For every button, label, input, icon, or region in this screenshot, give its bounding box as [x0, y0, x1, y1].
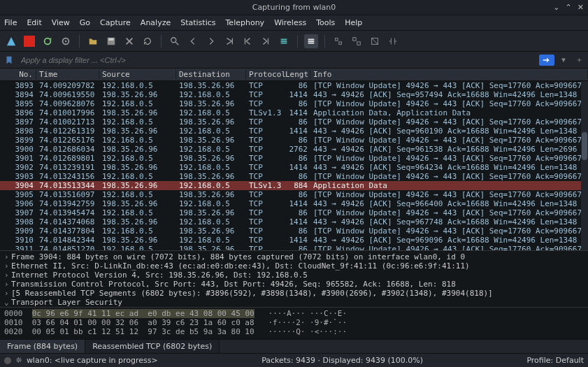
go-last-icon[interactable]	[259, 34, 273, 48]
packet-row[interactable]: 390574.013516097192.168.0.5198.35.26.96T…	[0, 190, 588, 199]
close-icon[interactable]: ✕	[578, 3, 584, 12]
expert-info-icon[interactable]	[4, 357, 11, 364]
packet-row[interactable]: 390974.014377804192.168.0.5198.35.26.96T…	[0, 226, 588, 236]
restart-capture-icon[interactable]	[41, 34, 55, 48]
go-to-packet-icon[interactable]	[222, 34, 236, 48]
col-time[interactable]: Time	[36, 70, 99, 79]
auto-scroll-icon[interactable]	[277, 34, 291, 48]
detail-tree-item[interactable]: ›Internet Protocol Version 4, Src: 198.3…	[4, 271, 584, 280]
save-file-icon[interactable]	[104, 34, 118, 48]
packet-row[interactable]: 390374.013243156192.168.0.5198.35.26.96T…	[0, 172, 588, 181]
packet-row[interactable]: 390474.013513344198.35.26.96192.168.0.5T…	[0, 181, 588, 190]
menu-item-capture[interactable]: Capture	[100, 18, 131, 27]
stop-capture-icon[interactable]	[22, 34, 36, 48]
svg-rect-20	[353, 37, 356, 40]
open-file-icon[interactable]	[86, 34, 100, 48]
packet-list-header[interactable]: No. Time Source Destination Protocol Len…	[0, 69, 588, 81]
packet-row[interactable]: 390774.013945474192.168.0.5198.35.26.96T…	[0, 208, 588, 217]
reload-file-icon[interactable]	[141, 34, 155, 48]
hex-line[interactable]: 0020 00 05 01 bb c1 12 51 12 97 3c de b5…	[4, 327, 584, 336]
menu-item-help[interactable]: Help	[345, 18, 362, 27]
col-length[interactable]: Lengt	[282, 70, 310, 79]
zoom-reset-icon[interactable]	[368, 34, 382, 48]
menu-item-edit[interactable]: Edit	[27, 18, 41, 27]
menu-item-file[interactable]: File	[4, 18, 17, 27]
detail-tree-item[interactable]: ›Ethernet II, Src: D-LinkIn_db:ee:43 (ec…	[4, 261, 584, 271]
svg-rect-16	[308, 41, 315, 42]
resize-columns-icon[interactable]	[386, 34, 400, 48]
go-back-icon[interactable]	[186, 34, 200, 48]
packet-row[interactable]: 389574.009628076192.168.0.5198.35.26.96T…	[0, 99, 588, 108]
packet-row[interactable]: 389974.012265176192.168.0.5198.35.26.96T…	[0, 136, 588, 145]
svg-rect-21	[357, 41, 360, 44]
packet-row[interactable]: 389374.009209782192.168.0.5198.35.26.96T…	[0, 81, 588, 90]
go-forward-icon[interactable]	[204, 34, 218, 48]
packet-row[interactable]: 389474.009619550198.35.26.96192.168.0.5T…	[0, 90, 588, 99]
packet-row[interactable]: 390074.012686034198.35.26.96192.168.0.5T…	[0, 145, 588, 154]
detail-tree-item[interactable]: ›Frame 3904: 884 bytes on wire (7072 bit…	[4, 252, 584, 261]
close-file-icon[interactable]	[122, 34, 136, 48]
packet-row[interactable]: 390874.014374068198.35.26.96192.168.0.5T…	[0, 217, 588, 226]
packet-row[interactable]: 390174.012689801192.168.0.5198.35.26.96T…	[0, 154, 588, 163]
capture-file-icon[interactable]: ☼	[15, 356, 22, 365]
svg-rect-17	[308, 42, 315, 43]
bytes-tab[interactable]: Reassembled TCP (6802 bytes)	[85, 340, 220, 353]
minimize-icon[interactable]: ⌄	[553, 3, 559, 12]
maximize-icon[interactable]: ⌃	[566, 3, 572, 12]
packet-row[interactable]: 391074.014842344198.35.26.96192.168.0.5T…	[0, 236, 588, 245]
packet-details-pane[interactable]: ›Frame 3904: 884 bytes on wire (7072 bit…	[0, 250, 588, 307]
packet-row[interactable]: 391174.014851270192.168.0.5198.35.26.96T…	[0, 245, 588, 250]
toolbar-separator	[297, 35, 298, 48]
packet-bytes-pane[interactable]: 0000 0c 96 e6 9f 41 11 ec ad e0 db ee 43…	[0, 307, 588, 339]
packet-list-pane: No. Time Source Destination Protocol Len…	[0, 69, 588, 250]
toolbar-separator	[161, 35, 162, 48]
status-profile[interactable]: Profile: Default	[526, 356, 584, 365]
col-source[interactable]: Source	[99, 70, 176, 79]
hex-line[interactable]: 0000 0c 96 e6 9f 41 11 ec ad e0 db ee 43…	[4, 309, 584, 318]
svg-rect-4	[109, 38, 114, 41]
display-filter-bar: ▾ ＋	[0, 52, 588, 69]
svg-point-2	[65, 40, 67, 42]
menubar: FileEditViewGoCaptureAnalyzeStatisticsTe…	[0, 15, 588, 31]
packet-row[interactable]: 389674.010017996198.35.26.96192.168.0.5T…	[0, 108, 588, 117]
menu-item-analyze[interactable]: Analyze	[141, 18, 171, 27]
window-title: Capturing from wlan0	[252, 3, 336, 12]
colorize-icon[interactable]	[304, 34, 318, 48]
display-filter-input[interactable]	[18, 54, 536, 66]
hex-line[interactable]: 0010 03 66 04 01 00 00 32 06 a0 39 c6 23…	[4, 318, 584, 327]
menu-item-telephony[interactable]: Telephony	[226, 18, 265, 27]
zoom-in-icon[interactable]	[331, 34, 345, 48]
menu-item-statistics[interactable]: Statistics	[180, 18, 215, 27]
col-no[interactable]: No.	[0, 70, 36, 79]
start-capture-icon[interactable]	[4, 34, 18, 48]
toolbar-separator	[324, 35, 325, 48]
filter-add-icon[interactable]: ＋	[573, 54, 585, 66]
packet-row[interactable]: 390274.013239191198.35.26.96192.168.0.5T…	[0, 163, 588, 172]
packet-row[interactable]: 389874.012261319198.35.26.96192.168.0.5T…	[0, 127, 588, 136]
svg-point-7	[171, 37, 176, 42]
capture-options-icon[interactable]	[59, 34, 73, 48]
col-protocol[interactable]: Protocol	[246, 70, 282, 79]
filter-dropdown-icon[interactable]: ▾	[557, 54, 570, 66]
menu-item-tools[interactable]: Tools	[316, 18, 335, 27]
detail-tree-item[interactable]: ⌄Transport Layer Security	[4, 298, 584, 307]
go-first-icon[interactable]	[241, 34, 254, 48]
col-info[interactable]: Info	[310, 70, 588, 79]
detail-tree-item[interactable]: ›Transmission Control Protocol, Src Port…	[4, 280, 584, 289]
svg-rect-19	[339, 41, 342, 44]
apply-filter-button[interactable]	[539, 55, 554, 66]
filter-bookmark-icon[interactable]	[3, 54, 15, 66]
menu-item-view[interactable]: View	[52, 18, 70, 27]
find-packet-icon[interactable]	[168, 34, 182, 48]
status-device: wlan0: <live capture in progress>	[27, 356, 158, 365]
detail-tree-item[interactable]: ›[5 Reassembled TCP Segments (6802 bytes…	[4, 289, 584, 298]
packet-list-scrollbar[interactable]	[581, 81, 588, 250]
svg-line-23	[372, 38, 378, 44]
bytes-tab[interactable]: Frame (884 bytes)	[0, 340, 85, 353]
packet-row[interactable]: 389774.010021713192.168.0.5198.35.26.96T…	[0, 117, 588, 127]
zoom-out-icon[interactable]	[350, 34, 364, 48]
col-destination[interactable]: Destination	[176, 70, 246, 79]
menu-item-go[interactable]: Go	[80, 18, 90, 27]
packet-row[interactable]: 390674.013942759198.35.26.96192.168.0.5T…	[0, 199, 588, 208]
menu-item-wireless[interactable]: Wireless	[274, 18, 306, 27]
